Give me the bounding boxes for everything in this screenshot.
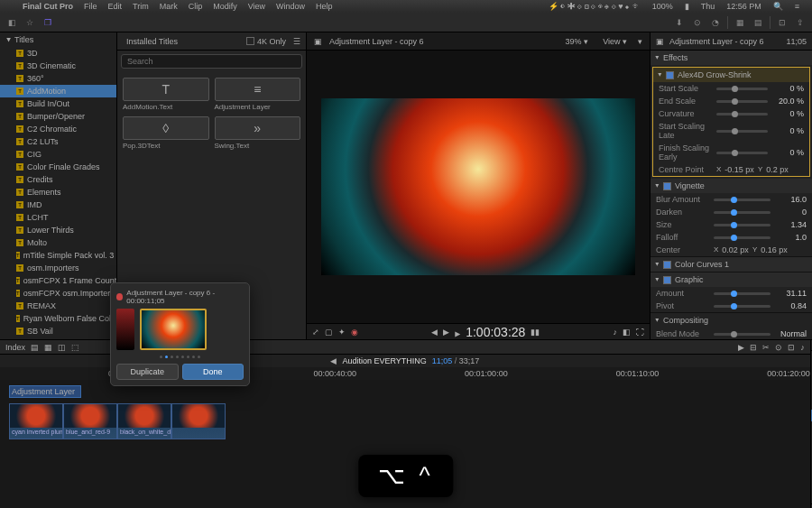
param-row[interactable]: Start Scaling Late0 % xyxy=(653,120,809,142)
zoom-dropdown[interactable]: 39% ▾ xyxy=(562,36,593,47)
sidebar-item[interactable]: TosmFCPX 1 Frame Counter xyxy=(0,274,116,287)
sidebar-item[interactable]: TREMAX xyxy=(0,300,116,312)
sidebar-item[interactable]: TCredits xyxy=(0,173,116,186)
workspace2-icon[interactable]: ▤ xyxy=(752,16,764,29)
menu-edit[interactable]: Edit xyxy=(104,2,127,11)
timeline-clip[interactable]: black_on_white_delayed_red xyxy=(117,403,171,439)
play-icon[interactable]: ▶ xyxy=(443,328,449,337)
duplicate-button[interactable]: Duplicate xyxy=(116,364,179,380)
inspector-video-icon[interactable]: ▣ xyxy=(656,37,664,46)
browser-search-input[interactable] xyxy=(121,54,302,69)
param-row[interactable]: Blend ModeNormal xyxy=(651,328,812,339)
menu-file[interactable]: File xyxy=(79,2,102,11)
sidebar-header[interactable]: Titles xyxy=(0,32,116,47)
param-row[interactable]: Pivot0.84 xyxy=(651,300,812,312)
bg-tasks-icon[interactable]: ◔ xyxy=(709,16,722,29)
browser-tile[interactable]: ◊Pop.3DText xyxy=(123,116,209,150)
param-row[interactable]: Amount31.11 xyxy=(651,287,812,300)
retime-icon[interactable]: ◉ xyxy=(351,328,358,337)
sidebar-item[interactable]: TShoorph xyxy=(0,337,116,339)
keyword-icon[interactable]: ⊙ xyxy=(691,16,704,29)
tl-tool-icon[interactable]: ▤ xyxy=(31,343,39,352)
graphic-header[interactable]: Graphic xyxy=(651,272,812,287)
timeline-clip[interactable]: cyan inverted plume xyxy=(9,403,63,439)
prev-frame-icon[interactable]: ◀ xyxy=(431,328,438,337)
sidebar-item[interactable]: TColor Finale Grades xyxy=(0,161,116,173)
sidebar-item[interactable]: TC2 LUTs xyxy=(0,135,116,148)
popup-close-icon[interactable] xyxy=(116,293,123,300)
vignette-center-row[interactable]: CenterX 0.02 px Y 0.16 px xyxy=(651,244,812,256)
menu-modify[interactable]: Modify xyxy=(208,2,242,11)
browser-tile[interactable]: TAddMotion.Text xyxy=(123,78,209,111)
sidebar-item[interactable]: T3D xyxy=(0,47,116,60)
grow-shrink-header[interactable]: Alex4D Grow-Shrink xyxy=(653,68,809,82)
enhance-icon[interactable]: ✦ xyxy=(338,328,346,337)
clock-time[interactable]: 12:56 PM xyxy=(722,2,766,11)
tl-blade-icon[interactable]: ✂ xyxy=(762,343,770,352)
sidebar-item[interactable]: TElements xyxy=(0,186,116,199)
tl-skim-icon[interactable]: ⊡ xyxy=(788,343,795,352)
timeline-clip[interactable]: blue_and_red-9 xyxy=(63,403,117,439)
timeline-clip[interactable] xyxy=(171,403,226,439)
titles-icon[interactable]: ❐ xyxy=(42,16,54,29)
tl-snap-icon[interactable]: ⊙ xyxy=(775,343,782,352)
app-name[interactable]: Final Cut Pro xyxy=(18,2,78,11)
library-icon[interactable]: ◧ xyxy=(5,16,18,29)
audition-current-thumb[interactable] xyxy=(140,309,207,350)
inspector-toggle-icon[interactable]: ⊡ xyxy=(776,16,789,29)
spotlight-icon[interactable]: 🔍 xyxy=(769,2,788,11)
menu-mark[interactable]: Mark xyxy=(155,2,182,11)
param-row[interactable]: Darken0 xyxy=(651,206,812,218)
sidebar-item[interactable]: TRyan Welborn False Color xyxy=(0,312,116,325)
sidebar-item[interactable]: TC2 Chromatic xyxy=(0,123,116,135)
sidebar-item[interactable]: TBuild In/Out xyxy=(0,97,116,110)
sidebar-item[interactable]: Tosm.Importers xyxy=(0,262,116,274)
timecode-display[interactable]: ▶ 1:00:03:28 xyxy=(455,325,525,339)
tl-select-icon[interactable]: ▶ xyxy=(738,343,744,352)
audition-page-dots[interactable] xyxy=(116,356,244,358)
titles-sidebar[interactable]: Titles T3DT3D CinematicT360°TAddMotionTB… xyxy=(0,32,117,339)
sidebar-item[interactable]: TmTitle Simple Pack vol. 3 xyxy=(0,249,116,262)
menu-trim[interactable]: Trim xyxy=(128,2,153,11)
audition-name[interactable]: Audition EVERYTHING xyxy=(342,356,426,365)
browser-tile[interactable]: ≡Adjustment Layer xyxy=(215,78,301,111)
vignette-header[interactable]: Vignette xyxy=(651,179,812,193)
tl-trim-icon[interactable]: ⊟ xyxy=(750,343,757,352)
audition-popup[interactable]: Adjustment Layer - copy 6 - 00:00:11;05 … xyxy=(110,282,250,386)
sidebar-item[interactable]: T3D Cinematic xyxy=(0,60,116,72)
sidebar-item[interactable]: TSB Vail xyxy=(0,325,116,337)
fourk-checkbox[interactable]: 4K Only xyxy=(246,37,286,46)
view-dropdown[interactable]: View ▾ xyxy=(599,36,631,47)
status-icons[interactable]: ⚡ ◐ ✱ ⊙ ⊡ ⊙ ◉ ⊕ ⊙ ♥ ⬥ ᯤ xyxy=(544,2,645,11)
adjustment-layer-clip[interactable]: Adjustment Layer - copy 6 xyxy=(9,385,81,398)
audition-prev-thumb[interactable] xyxy=(116,309,134,350)
crop-icon[interactable]: ▢ xyxy=(325,328,333,337)
clock-day[interactable]: Thu xyxy=(697,2,720,11)
compositing-header[interactable]: Compositing xyxy=(651,313,812,328)
sidebar-item[interactable]: TosmFCPX osm.Importers xyxy=(0,287,116,300)
color-icon[interactable]: ◧ xyxy=(623,328,631,337)
scale-icon[interactable]: ⤢ xyxy=(312,328,319,337)
browser-menu-icon[interactable]: ☰ xyxy=(293,37,300,46)
param-row[interactable]: End Scale20.0 % xyxy=(653,95,809,107)
menu-view[interactable]: View xyxy=(244,2,270,11)
sidebar-item[interactable]: TLCHT xyxy=(0,211,116,224)
sidebar-item[interactable]: T360° xyxy=(0,72,116,85)
fullscreen-icon[interactable]: ⛶ xyxy=(636,328,644,337)
next-frame-icon[interactable]: ▮▮ xyxy=(531,328,540,337)
sidebar-item[interactable]: TBumper/Opener xyxy=(0,110,116,123)
browser-tab[interactable]: Installed Titles xyxy=(123,35,181,48)
sidebar-item[interactable]: TAddMotion xyxy=(0,85,116,97)
sidebar-item[interactable]: TIMD xyxy=(0,199,116,211)
param-row[interactable]: Finish Scaling Early0 % xyxy=(653,142,809,163)
tl-tool3-icon[interactable]: ◫ xyxy=(58,343,66,352)
menu-help[interactable]: Help xyxy=(311,2,337,11)
index-button[interactable]: Index xyxy=(5,343,25,352)
tl-tool2-icon[interactable]: ▦ xyxy=(44,343,52,352)
sidebar-item[interactable]: TCIG xyxy=(0,148,116,161)
menu-window[interactable]: Window xyxy=(272,2,309,11)
share-icon[interactable]: ⇪ xyxy=(794,16,807,29)
audio-icon[interactable]: ♪ xyxy=(614,328,618,337)
param-row[interactable]: Curvature0 % xyxy=(653,107,809,120)
centre-point-row[interactable]: Centre PointX -0.15 px Y 0.2 px xyxy=(653,163,809,176)
